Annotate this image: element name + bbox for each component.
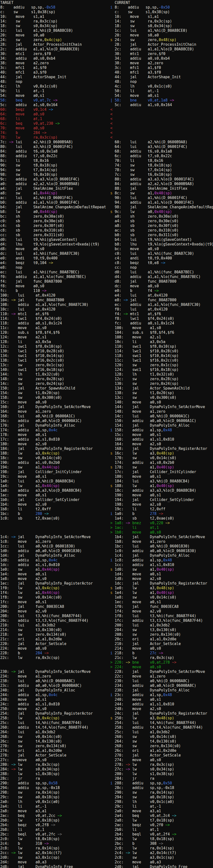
asm-text-segment: 210: <box>0 623 11 627</box>
asm-text-segment: sh <box>128 214 148 219</box>
asm-text-segment <box>9 103 13 107</box>
asm-text-segment: 29c: <box>0 795 11 799</box>
asm-text-segment <box>11 363 15 367</box>
asm-text-segment: a3,a3,%lo(D_06001F4C) <box>33 177 79 181</box>
asm-text-segment: addiu <box>13 149 33 154</box>
asm-text-segment <box>112 303 115 307</box>
asm-text-segment <box>42 651 44 655</box>
asm-text-segment <box>112 823 115 827</box>
diff-row: 44: jal ActorShape_Init 44: jal ActorSha… <box>0 75 213 80</box>
target-line: 260: addiu t4,t4,%lo(func_80A87F44) <box>0 725 110 730</box>
target-line: 14c: sw zero,0x24(sp) <box>0 381 110 386</box>
target-line: 1d8: addiu a1,sp,0x4c <box>0 558 110 563</box>
asm-text-segment <box>110 855 112 860</box>
asm-text-segment <box>11 785 15 790</box>
asm-text-segment: a0,a3 <box>36 860 46 864</box>
diff-row: 22c: lw ra,0x3c(sp) 21c: lw ra,0x3c(sp) <box>0 655 213 660</box>
asm-text-segment: a1,sp, <box>36 693 49 697</box>
asm-text-segment: 158: <box>115 428 126 432</box>
asm-text-segment: a1,sp, <box>150 428 163 432</box>
diff-row: 198: jal Collider_InitCylinder 17c: jal … <box>0 470 213 474</box>
diff-row: ac: lui a1,%hi(D_06001F4C) 90: lui a1,%h… <box>0 196 213 200</box>
asm-text-segment <box>110 154 112 158</box>
target-line: 44: jal ActorShape_Init <box>0 75 110 80</box>
target-line: 228: b 284 ~> <box>0 651 110 655</box>
asm-text-segment: v0,0x14c(s0) <box>150 456 176 460</box>
asm-text-segment: move <box>128 284 148 288</box>
asm-text-segment: a3,%hi(D_06001F4C) <box>33 145 73 149</box>
asm-text-segment <box>112 47 115 51</box>
asm-text-segment: s0,0x34(sp) <box>150 767 174 771</box>
asm-text-segment <box>110 498 112 502</box>
asm-text-segment: ~> <box>126 660 130 664</box>
target-line: 150: jal Actor_SpawnAsChild <box>0 386 110 391</box>
asm-text-segment: 0x58 <box>49 781 58 785</box>
asm-text-segment: addiu <box>13 177 33 181</box>
asm-text-segment: 2bc: <box>115 841 126 846</box>
asm-text-segment <box>110 200 112 205</box>
diff-row: 148: sw zero,0x28(sp) 12c: sw zero,0x28(… <box>0 377 213 381</box>
asm-text-segment: jal <box>130 535 150 539</box>
asm-text-segment <box>126 493 130 497</box>
asm-text-segment <box>126 855 130 860</box>
asm-text-segment <box>126 572 130 576</box>
asm-text-segment <box>126 590 130 595</box>
diff-row: 134: swc1 $f10,0x14(sp) 118: swc1 $f10,0… <box>0 353 213 358</box>
asm-text-segment <box>123 14 128 19</box>
asm-text-segment: a1,a1,%lo(D_06001F4C) <box>33 200 79 205</box>
asm-text-segment: 1f4: <box>0 590 11 595</box>
asm-text-segment <box>112 145 115 149</box>
asm-text-segment <box>9 223 13 228</box>
target-line: 70: move a0,s0 <box>0 126 110 130</box>
asm-text-segment <box>110 632 112 637</box>
asm-text-segment: sw <box>15 363 35 367</box>
asm-text-segment <box>112 400 115 404</box>
asm-text-segment <box>110 544 112 549</box>
diff-row: 11c: move a1,s0 100: move a1,s0 <box>0 326 213 330</box>
asm-text-segment: move <box>15 326 35 330</box>
asm-text-segment: a2,s0 <box>36 707 46 711</box>
asm-text-segment <box>110 47 112 51</box>
asm-text-segment: swc1 <box>15 344 35 349</box>
asm-text-segment: 21c: <box>115 655 126 660</box>
asm-text-segment: 1dc: <box>0 563 11 567</box>
asm-text-segment: 278 <box>150 512 157 516</box>
asm-text-segment: < <box>110 107 112 112</box>
asm-text-segment: a0,s1 <box>150 572 161 576</box>
current-line: 108: move a2,s1 <box>110 335 213 340</box>
asm-text-segment <box>9 28 13 33</box>
asm-text-segment <box>110 776 112 781</box>
diff-row: 1c8: move a1,zero 1b8: move a1,zero <box>0 539 213 544</box>
asm-text-segment <box>126 841 130 846</box>
asm-text-segment: DynaPolyInfo_Alloc <box>36 423 75 428</box>
asm-text-segment: lh <box>15 800 35 804</box>
asm-text-segment: nop <box>128 265 148 270</box>
diff-row: > 1a8: ~> bnez v0,220 ~> <box>0 521 213 525</box>
asm-text-segment <box>110 56 112 61</box>
asm-diff-terminal[interactable]: TARGET CURRENT8: addiu sp,sp,-0x58i 8: a… <box>0 0 213 868</box>
asm-text-segment <box>112 135 115 140</box>
asm-text-segment <box>112 512 115 516</box>
asm-text-segment <box>126 516 130 521</box>
asm-text-segment: addiu <box>130 618 150 623</box>
asm-text-segment <box>112 776 115 781</box>
asm-text-segment <box>112 525 115 530</box>
asm-text-segment <box>112 173 115 177</box>
asm-text-segment: 0x40(sp) <box>157 590 174 595</box>
asm-text-segment: 160: <box>115 437 126 441</box>
diff-row: 9c: addiu a3,a3,%lo(D_06001F4C) 80: addi… <box>0 177 213 182</box>
asm-text-segment: lui <box>130 730 150 734</box>
asm-text-segment: 228: <box>115 670 126 674</box>
asm-text-segment: 10: <box>0 14 9 19</box>
asm-text-segment: a0,a3 <box>150 860 161 864</box>
asm-text-segment: move <box>15 809 35 813</box>
asm-text-segment <box>126 581 130 586</box>
asm-text-segment <box>112 70 115 74</box>
current-line: cc: nop <box>110 265 213 270</box>
asm-text-segment <box>126 507 130 511</box>
current-line: 2c4: ~> lw a2,0x14c(t7) <box>110 850 213 855</box>
asm-text-segment: 24: <box>115 38 123 42</box>
asm-text-segment: 0x4c(sp) <box>42 716 60 720</box>
current-line: 18: sw s0,0x34(sp) <box>110 24 213 28</box>
asm-text-segment: 0x4c <box>49 693 58 697</box>
